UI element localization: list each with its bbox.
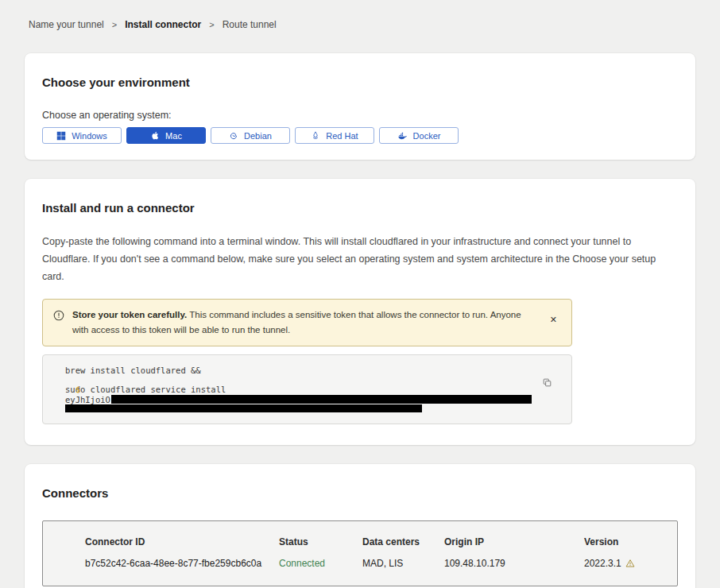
os-button-group: Windows Mac Debian [42,127,678,144]
version-warning-icon [625,559,635,568]
breadcrumb-name-your-tunnel[interactable]: Name your tunnel [29,19,104,30]
docker-icon [397,131,408,141]
token-warning-text: Store your token carefully. This command… [72,308,537,338]
code-line-service-install: sudo cloudflared service install [65,385,532,394]
close-icon: ✕ [550,315,557,324]
debian-icon [229,131,238,141]
token-warning-bold: Store your token carefully. [72,310,187,319]
table-row: b7c52c42-6caa-48ee-8c77-fbe259cb6c0a Con… [85,558,661,569]
redhat-icon [311,131,320,141]
breadcrumb-separator: > [112,20,117,29]
breadcrumb-route-tunnel[interactable]: Route tunnel [223,19,277,30]
token-prefix: eyJhIjoiO [65,395,110,404]
data-centers-value: MAD, LIS [362,558,444,569]
install-connector-title: Install and run a connector [42,201,678,215]
os-button-debian[interactable]: Debian [211,127,290,144]
windows-icon [56,131,66,141]
os-button-windows[interactable]: Windows [42,127,122,144]
shell-prompt: $ [75,385,80,394]
environment-card: Choose your environment Choose an operat… [25,53,695,160]
apple-icon [150,130,160,141]
os-button-label: Mac [165,131,182,141]
os-button-label: Red Hat [326,131,358,141]
origin-ip-value: 109.48.10.179 [444,558,584,569]
copy-icon [542,377,552,388]
info-icon [53,310,64,321]
os-button-label: Windows [72,131,107,141]
token-redaction-bar [111,395,532,404]
os-button-label: Docker [413,131,441,141]
environment-card-title: Choose your environment [42,75,678,89]
os-button-label: Debian [244,131,272,141]
breadcrumb: Name your tunnel > Install connector > R… [0,0,720,30]
version-number: 2022.3.1 [584,558,621,569]
connectors-card: Connectors Connector ID Status Data cent… [25,464,695,588]
token-warning-banner: Store your token carefully. This command… [42,299,572,346]
column-header-status: Status [279,536,362,547]
column-header-version: Version [584,536,661,547]
token-redaction-bar [65,404,422,412]
connectors-table-header: Connector ID Status Data centers Origin … [85,536,661,547]
status-badge: Connected [279,558,362,569]
os-button-redhat[interactable]: Red Hat [295,127,374,144]
code-line-brew: brew install cloudflared && [65,366,532,375]
column-header-connector-id: Connector ID [85,536,279,547]
install-connector-card: Install and run a connector Copy-paste t… [25,179,695,445]
copy-command-button[interactable] [540,376,554,389]
connectors-table: Connector ID Status Data centers Origin … [42,520,678,586]
os-button-docker[interactable]: Docker [379,127,459,144]
os-button-mac[interactable]: Mac [126,127,206,144]
install-command-code-block: brew install cloudflared && $ sudo cloud… [42,354,572,424]
os-select-label: Choose an operating system: [42,110,678,121]
breadcrumb-separator: > [209,20,214,29]
install-connector-description: Copy-paste the following command into a … [42,234,678,286]
warning-close-button[interactable]: ✕ [545,312,562,327]
connector-id-value: b7c52c42-6caa-48ee-8c77-fbe259cb6c0a [85,558,279,569]
version-value: 2022.3.1 [584,558,661,569]
connectors-title: Connectors [42,486,678,500]
column-header-data-centers: Data centers [362,536,444,547]
breadcrumb-install-connector[interactable]: Install connector [125,19,201,30]
column-header-origin-ip: Origin IP [444,536,584,547]
